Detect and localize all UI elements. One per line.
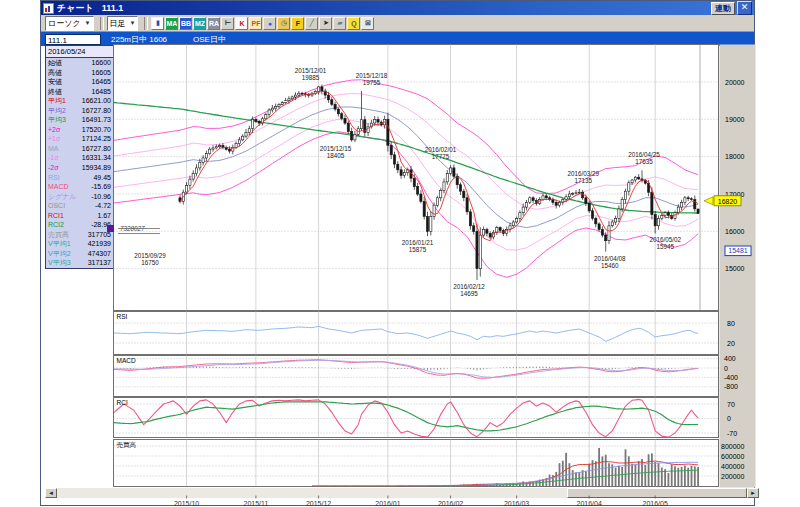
quote-row-label: 始値 bbox=[48, 58, 62, 68]
desktop: { "window": { "app_title": "チャート", "doc_… bbox=[0, 0, 800, 507]
chevron-down-icon: ▼ bbox=[130, 20, 136, 26]
close-icon[interactable]: ✕ bbox=[737, 1, 752, 15]
quote-row: MACD-15.69 bbox=[46, 182, 113, 192]
quote-row: V平均1421939 bbox=[46, 239, 113, 249]
quote-row-label: +2σ bbox=[48, 125, 60, 135]
session-label: OSE日中 bbox=[193, 34, 226, 45]
quote-row: -1σ16331.34 bbox=[46, 153, 113, 163]
quote-row: RCI11.67 bbox=[46, 211, 113, 221]
globe-icon[interactable]: ● bbox=[263, 17, 276, 30]
quote-row: RSI49.45 bbox=[46, 173, 113, 183]
quote-row: -2σ15934.89 bbox=[46, 163, 113, 173]
quote-row: MA16727.80 bbox=[46, 144, 113, 154]
quote-row: OSCI-4.72 bbox=[46, 201, 113, 211]
mz-indicator-icon[interactable]: MZ bbox=[193, 17, 206, 30]
chevron-down-icon: ▼ bbox=[85, 20, 91, 26]
quote-row: 売買高317705 bbox=[46, 230, 113, 240]
clock-icon[interactable]: ◷ bbox=[277, 17, 290, 30]
window-title-app: チャート bbox=[57, 2, 94, 15]
quote-row-value: 15934.89 bbox=[82, 163, 111, 173]
quote-row-label: V平均1 bbox=[48, 239, 71, 249]
scroll-right-button[interactable]: ► bbox=[747, 488, 759, 498]
scroll-left-button[interactable]: ◄ bbox=[45, 488, 57, 498]
quote-row: 安値16465 bbox=[46, 77, 113, 87]
image-clear-icon[interactable]: ⊠ bbox=[361, 17, 374, 30]
quote-row-value: 16491.73 bbox=[82, 115, 111, 125]
quote-row-label: RSI bbox=[48, 173, 60, 183]
toolbar: ローソク ▼ 日足 ▼ ▮MABBMZRA⊢KPF●◷F╱➤▰Q⊠ bbox=[41, 15, 754, 32]
eraser-icon[interactable]: ▰ bbox=[333, 17, 346, 30]
quote-row-value: 16600 bbox=[92, 58, 111, 68]
quote-row: V平均2474307 bbox=[46, 249, 113, 259]
quote-row-label: 高値 bbox=[48, 68, 62, 78]
ma-indicator-icon[interactable]: MA bbox=[165, 17, 178, 30]
quote-row-value: 16727.80 bbox=[82, 144, 111, 154]
trendline-icon[interactable]: ⊢ bbox=[221, 17, 234, 30]
quote-row-value: 16485 bbox=[92, 87, 111, 97]
quote-row: V平均3317137 bbox=[46, 258, 113, 268]
quote-row-value: 16465 bbox=[92, 77, 111, 87]
chart-type-label: ローソク bbox=[48, 18, 81, 29]
period-label: 日足 bbox=[110, 18, 126, 29]
quote-row-label: RCI1 bbox=[48, 211, 64, 221]
horizontal-scrollbar[interactable]: ◄ ► bbox=[45, 488, 756, 498]
quote-row: 高値16605 bbox=[46, 68, 113, 78]
quote-row-value: 1.67 bbox=[97, 211, 111, 221]
pointer-icon[interactable]: ➤ bbox=[319, 17, 332, 30]
chart-style-icon[interactable]: ▮ bbox=[151, 17, 164, 30]
quote-row-label: 平均2 bbox=[48, 106, 66, 116]
chart-type-dropdown[interactable]: ローソク ▼ bbox=[45, 16, 94, 31]
quote-row: 平均116621.00 bbox=[46, 96, 113, 106]
quote-row: 始値16600 bbox=[46, 58, 113, 68]
bb-indicator-icon[interactable]: BB bbox=[179, 17, 192, 30]
quote-row-value: 474307 bbox=[88, 249, 111, 259]
quote-row-label: OSCI bbox=[48, 201, 65, 211]
quote-row-value: -4.72 bbox=[95, 201, 111, 211]
title-bar[interactable]: チャート 111.1 連動 ✕ bbox=[41, 1, 754, 15]
chart-window: チャート 111.1 連動 ✕ ローソク ▼ 日足 ▼ ▮MABBMZRA⊢KP… bbox=[40, 0, 755, 506]
ra-indicator-icon[interactable]: RA bbox=[207, 17, 220, 30]
quote-row: 平均216727.80 bbox=[46, 106, 113, 116]
quote-row-label: -2σ bbox=[48, 163, 59, 173]
quote-row: RCI2-28.96 bbox=[46, 220, 113, 230]
quote-row-label: 終値 bbox=[48, 87, 62, 97]
pf-chart-icon[interactable]: PF bbox=[249, 17, 262, 30]
quote-row-value: 317137 bbox=[88, 258, 111, 268]
quote-row-label: 安値 bbox=[48, 77, 62, 87]
quote-row-label: MA bbox=[48, 144, 59, 154]
quote-row: シグナル-10.96 bbox=[46, 192, 113, 202]
toolbar-separator bbox=[144, 17, 148, 30]
search-icon[interactable]: Q bbox=[347, 17, 360, 30]
scrollbar-thumb[interactable] bbox=[567, 488, 747, 498]
quote-row-value: 17124.25 bbox=[82, 134, 111, 144]
quote-row-value: -15.69 bbox=[91, 182, 111, 192]
parameter-chart-icon[interactable]: F bbox=[291, 17, 304, 30]
quote-row-value: 16621.00 bbox=[82, 96, 111, 106]
app-icon bbox=[43, 3, 54, 14]
quote-row-label: +1σ bbox=[48, 134, 60, 144]
kagi-chart-icon[interactable]: K bbox=[235, 17, 248, 30]
link-button[interactable]: 連動 bbox=[711, 2, 735, 15]
quote-row-value: -10.96 bbox=[91, 192, 111, 202]
contract-label[interactable]: 225m日中 1606 bbox=[111, 34, 167, 45]
quote-row: 終値16485 bbox=[46, 87, 113, 97]
quote-row: +2σ17520.70 bbox=[46, 125, 113, 135]
quote-row-value: -28.96 bbox=[91, 220, 111, 230]
quote-data-panel: 2016/05/24 始値16600高値16605安値16465終値16485平… bbox=[45, 45, 114, 269]
quote-row-label: 平均1 bbox=[48, 96, 66, 106]
quote-row-value: 421939 bbox=[88, 239, 111, 249]
period-dropdown[interactable]: 日足 ▼ bbox=[107, 16, 139, 31]
quote-row-label: シグナル bbox=[48, 192, 77, 202]
toolbar-separator bbox=[100, 17, 104, 30]
quote-row-value: 16727.80 bbox=[82, 106, 111, 116]
window-title-doc: 111.1 bbox=[102, 3, 124, 13]
info-bar: 111.1 225m日中 1606 OSE日中 bbox=[41, 32, 754, 46]
quote-row: +1σ17124.25 bbox=[46, 134, 113, 144]
quote-row-value: 16331.34 bbox=[82, 153, 111, 163]
quote-date: 2016/05/24 bbox=[46, 46, 113, 58]
quote-row-value: 49.45 bbox=[93, 173, 111, 183]
quote-row-label: MACD bbox=[48, 182, 69, 192]
quote-row-label: -1σ bbox=[48, 153, 59, 163]
symbol-tab[interactable]: 111.1 bbox=[45, 34, 101, 45]
pencil-icon[interactable]: ╱ bbox=[305, 17, 318, 30]
